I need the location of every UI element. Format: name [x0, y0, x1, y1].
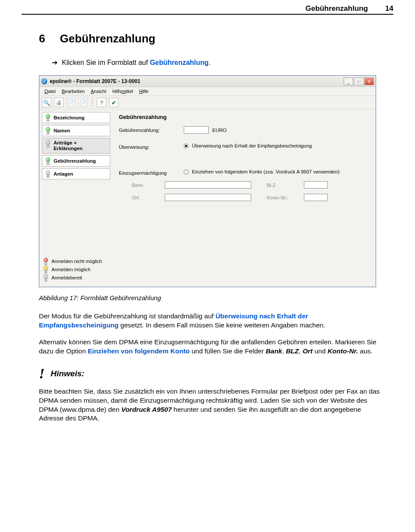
note-heading: ! Hinweis: — [39, 365, 393, 382]
blz-label: BLZ: — [267, 183, 297, 188]
legend-red: Anmelden nicht möglich — [43, 258, 109, 265]
sidebar-item-gebuehrenzahlung[interactable]: Gebührenzahlung — [42, 155, 110, 167]
paragraph-1: Der Modus für die Gebührenzahlung ist st… — [39, 312, 380, 330]
vordruck-ref: Vordruck A9507 — [121, 406, 172, 413]
status-bulb-icon — [43, 266, 48, 273]
bank-label: Bank: — [132, 183, 158, 188]
content-panel: Gebührenzahlung Gebührenzahlung: EURO Üb… — [113, 109, 376, 287]
debit-fields: Bank: BLZ: Ort: Konto-Nr.: — [132, 181, 370, 201]
status-bulb-icon — [45, 140, 50, 147]
legend-grey: Anmeldebereit — [43, 274, 109, 281]
radio-debit[interactable] — [184, 170, 188, 174]
sidebar-label: Bezeichnung — [54, 115, 85, 120]
instruction-line: ➔ Klicken Sie im Formblatt auf Gebührenz… — [52, 58, 393, 67]
sidebar-item-bezeichnung[interactable]: Bezeichnung — [42, 112, 110, 123]
toolbar-separator — [92, 98, 93, 107]
toolbar-check-icon[interactable]: ✔ — [109, 98, 118, 107]
transfer-label: Überweisung: — [119, 144, 184, 150]
note-label: Hinweis: — [51, 369, 84, 378]
app-window-screenshot: epoline® - Formblatt 2007E - 13-0001 _ □… — [39, 75, 376, 287]
field-ort: Ort — [303, 347, 313, 355]
section-title: Gebührenzahlung — [60, 32, 155, 45]
bank-input[interactable] — [165, 181, 251, 189]
sidebar-label: Anträge + Erklärungen — [54, 140, 83, 151]
fee-unit: EURO — [212, 128, 227, 133]
legend-yellow: Anmelden möglich — [43, 266, 109, 273]
toolbar-doc2-icon[interactable]: 📄 — [78, 98, 88, 107]
sidebar-label: Gebührenzahlung — [54, 158, 96, 163]
status-bulb-icon — [43, 258, 48, 265]
maximize-button[interactable]: □ — [354, 77, 364, 85]
menu-hilfsmittel[interactable]: Hilfsmittel — [110, 88, 136, 95]
titlebar: epoline® - Formblatt 2007E - 13-0001 _ □… — [39, 76, 376, 87]
menu-hilfe[interactable]: Hilfe — [137, 88, 151, 95]
status-bulb-icon — [43, 274, 48, 281]
link-einziehen: Einziehen von folgendem Konto — [88, 347, 190, 355]
instruction-link: Gebührenzahlung — [150, 59, 209, 66]
status-bulb-icon — [45, 127, 50, 134]
app-icon — [41, 78, 47, 84]
toolbar-print-icon[interactable]: 🖨 — [54, 98, 64, 107]
exclamation-icon: ! — [39, 365, 45, 382]
toolbar: 🔍 🖨 📄 📄 ? ✔ — [39, 96, 376, 109]
window-title: epoline® - Formblatt 2007E - 13-0001 — [50, 78, 344, 84]
menu-bearbeiten[interactable]: Bearbeiten — [59, 88, 87, 95]
radio-transfer[interactable] — [184, 144, 188, 148]
instruction-post: . — [209, 59, 211, 66]
status-bulb-icon — [45, 114, 50, 121]
minimize-button[interactable]: _ — [344, 77, 353, 85]
debit-option-label: Einziehen von folgendem Konto (zus. Vord… — [192, 169, 341, 174]
fee-label: Gebührenzahlung: — [119, 128, 184, 133]
running-header: Gebührenzahlung 14 — [22, 0, 393, 15]
sidebar: Bezeichnung Namen Anträge + Erklärungen … — [39, 109, 113, 287]
panel-heading: Gebührenzahlung — [119, 114, 370, 120]
debit-label: Einzugsermächtigung — [119, 170, 184, 176]
konto-label: Konto-Nr.: — [267, 195, 297, 200]
status-bulb-icon — [45, 157, 50, 164]
menu-datei[interactable]: Datei — [42, 88, 58, 95]
sidebar-legend: Anmelden nicht möglich Anmelden möglich … — [42, 255, 110, 284]
menu-ansicht[interactable]: Ansicht — [88, 88, 109, 95]
menubar: Datei Bearbeiten Ansicht Hilfsmittel Hil… — [39, 87, 376, 96]
sidebar-item-antraege[interactable]: Anträge + Erklärungen — [42, 138, 110, 154]
konto-input[interactable] — [304, 194, 328, 201]
ort-input[interactable] — [165, 194, 251, 201]
sidebar-label: Anlagen — [54, 171, 73, 176]
arrow-right-icon: ➔ — [52, 58, 57, 67]
header-page-number: 14 — [385, 4, 393, 13]
transfer-option-label: Überweisung nach Erhalt der Empfangsbesc… — [192, 143, 312, 148]
ort-label: Ort: — [132, 195, 158, 200]
sidebar-label: Namen — [54, 128, 70, 133]
blz-input[interactable] — [304, 181, 328, 189]
close-button[interactable]: × — [364, 77, 374, 85]
header-section-label: Gebührenzahlung — [306, 4, 368, 13]
figure-caption: Abbildung 17: Formblatt Gebührenzahlung — [39, 294, 393, 301]
status-bulb-icon — [45, 170, 50, 177]
toolbar-help-icon[interactable]: ? — [97, 98, 106, 107]
sidebar-item-anlagen[interactable]: Anlagen — [42, 168, 110, 179]
paragraph-3: Bitte beachten Sie, dass Sie zusätzlich … — [39, 387, 380, 423]
toolbar-preview-icon[interactable]: 🔍 — [42, 98, 51, 107]
field-bank: Bank — [266, 347, 282, 355]
field-blz: BLZ — [286, 347, 299, 355]
section-number: 6 — [39, 32, 45, 45]
toolbar-doc1-icon[interactable]: 📄 — [66, 98, 76, 107]
fee-input[interactable] — [184, 126, 209, 134]
section-heading: 6 Gebührenzahlung — [39, 32, 393, 45]
field-konto: Konto-Nr. — [328, 347, 358, 355]
sidebar-item-namen[interactable]: Namen — [42, 125, 110, 136]
instruction-pre: Klicken Sie im Formblatt auf — [62, 59, 150, 66]
paragraph-2: Alternativ können Sie dem DPMA eine Einz… — [39, 338, 380, 356]
